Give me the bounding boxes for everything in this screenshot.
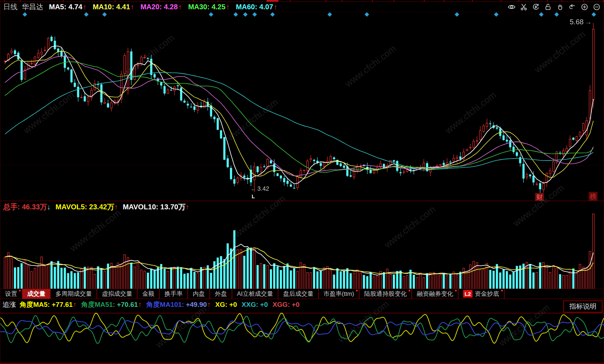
volume-chart[interactable] — [0, 211, 604, 289]
tab-资金抄底[interactable]: L2资金抄底 — [459, 289, 505, 299]
arrow-left-icon: ← — [251, 185, 257, 192]
up-arrow-icon: ↑ — [83, 3, 86, 11]
ma60-label: MA60: 4.07↑ — [236, 3, 277, 11]
volume-stat-arrow-icon: ↓ — [47, 203, 50, 211]
volume-stat-text: MAVOL10: 13.70万 — [123, 203, 185, 211]
ma20-label: MA20: 4.28↑ — [140, 3, 182, 11]
volume-stat-arrow-icon: ↑ — [114, 203, 118, 211]
tab-label: 融资融券变化 — [417, 290, 453, 298]
high-price-label: 5.68→ — [570, 18, 592, 26]
eye-icon[interactable] — [508, 3, 516, 11]
notification-dot-icon — [501, 290, 503, 291]
up-arrow-icon: ↑ — [226, 3, 229, 11]
tab-多周期成交量[interactable]: 多周期成交量 — [51, 289, 97, 299]
stock-name: 华昌达 — [22, 2, 43, 12]
stock-app-window: 日线 华昌达 MA5: 4.74↑MA10: 4.41↑MA20: 4.28↑M… — [0, 0, 604, 364]
up-arrow-icon: ↑ — [178, 3, 182, 11]
volume-stat-text: MAVOL5: 23.42万 — [55, 203, 114, 211]
tab-label: 虚拟成交量 — [102, 290, 132, 298]
l2-badge: L2 — [463, 290, 472, 298]
indicator-stat-label: XG: — [215, 301, 229, 308]
volume-header: 总手: 46.33万↓MAVOL5: 23.42万↑MAVOL10: 13.70… — [0, 202, 604, 211]
zoom-out-icon[interactable] — [593, 3, 601, 11]
undo-icon[interactable] — [568, 3, 576, 11]
tab-label: 外盘 — [215, 290, 227, 298]
tab-盘后成交量[interactable]: 盘后成交量 — [278, 289, 319, 299]
lock-icon[interactable] — [544, 3, 552, 11]
ma-label-text: MA5: 4.74 — [49, 3, 82, 11]
tab-label: 盘后成交量 — [283, 290, 313, 298]
high-price-value: 5.68 — [570, 18, 584, 26]
volume-stat-2: MAVOL10: 13.70万↑ — [123, 202, 189, 212]
tab-label: 设置 — [5, 290, 17, 298]
low-price-label: ←3.42 — [251, 185, 269, 193]
ma-label-text: MA60: 4.07 — [236, 3, 273, 11]
tab-成交量[interactable]: 成交量 — [23, 289, 51, 299]
indicator-values-group: 角度MA5: +77.61↑角度MA51: +70.61↑角度MA101: +4… — [20, 300, 304, 309]
indicator-stat-value: +70.61 — [117, 301, 138, 308]
tab-设置[interactable]: 设置 — [0, 289, 23, 299]
tab-外盘[interactable]: 外盘 — [210, 289, 232, 299]
tab-label: 多周期成交量 — [55, 290, 92, 298]
bottom-border — [0, 363, 604, 364]
tab-虚拟成交量[interactable]: 虚拟成交量 — [97, 289, 138, 299]
ma-values-group: MA5: 4.74↑MA10: 4.41↑MA20: 4.28↑MA30: 4.… — [49, 3, 283, 11]
tab-label: 换手率 — [164, 290, 183, 298]
ma-label-text: MA20: 4.28 — [140, 3, 178, 11]
indicator-stat-value: +77.61 — [52, 301, 73, 308]
tab-换手率[interactable]: 换手率 — [160, 289, 188, 299]
tab-AI立桩成交量[interactable]: AI立桩成交量 — [232, 289, 278, 299]
volume-stat-arrow-icon: ↑ — [185, 203, 189, 211]
tab-label: AI立桩成交量 — [237, 290, 273, 298]
tab-内盘[interactable]: 内盘 — [188, 289, 210, 299]
indicator-stat-0: 角度MA5: +77.61↑ — [20, 301, 76, 308]
tab-label: 金额 — [142, 290, 154, 298]
low-marker: L — [252, 193, 255, 199]
tab-陆股通持股变化[interactable]: 陆股通持股变化 — [360, 289, 412, 299]
replay-icon[interactable] — [532, 3, 540, 11]
oscillator-chart[interactable] — [0, 310, 604, 363]
indicator-stat-value: +0 — [229, 301, 237, 308]
period-label: 日线 — [3, 2, 18, 12]
volume-stat-0: 总手: 46.33万↓ — [3, 202, 50, 212]
ma5-label: MA5: 4.74↑ — [49, 3, 86, 11]
indicator-stat-1: 角度MA51: +70.61↑ — [81, 301, 142, 308]
tab-市盈率(ttm)[interactable]: 市盈率(ttm) — [319, 289, 360, 299]
indicator-stat-label: XXG: — [242, 301, 260, 308]
indicator-stat-value: +49.90 — [186, 301, 207, 308]
indicator-stat-label: XGG: — [273, 301, 292, 308]
low-price-value: 3.42 — [257, 185, 269, 192]
cai-badge[interactable]: 财 — [535, 193, 544, 201]
arrow-right-icon: → — [585, 18, 592, 26]
ma10-label: MA10: 4.41↑ — [93, 3, 134, 11]
zoom-in-icon[interactable] — [580, 3, 589, 11]
indicator-stat-label: 角度MA5: — [20, 301, 52, 308]
main-chart-pane — [0, 12, 604, 201]
indicator-stat-3: XG: +0 — [215, 301, 237, 308]
ma-label-text: MA10: 4.41 — [93, 3, 130, 11]
tab-融资融券变化[interactable]: 融资融券变化 — [412, 289, 459, 299]
indicator-stat-value: +0 — [260, 301, 268, 308]
notification-dot-icon — [455, 290, 457, 291]
indicator-stat-2: 角度MA101: +49.90↑ — [146, 301, 211, 308]
chart-header-bar: 日线 华昌达 MA5: 4.74↑MA10: 4.41↑MA20: 4.28↑M… — [0, 2, 604, 12]
indicator-stat-label: 角度MA101: — [146, 301, 186, 308]
indicator-stat-4: XXG: +0 — [242, 301, 268, 308]
volume-pane — [0, 211, 604, 289]
tab-label: 陆股通持股变化 — [364, 290, 407, 298]
up-arrow-icon: ↑ — [273, 3, 277, 11]
scissors-icon[interactable] — [520, 3, 528, 11]
tab-label: 资金抄底 — [475, 290, 499, 298]
ma30-label: MA30: 4.25↑ — [188, 3, 229, 11]
bang-badge[interactable]: 榜 — [589, 192, 598, 201]
indicator-stat-5: XGG: +0 — [273, 301, 300, 308]
candlestick-chart[interactable] — [0, 12, 604, 201]
tab-金额[interactable]: 金额 — [138, 289, 160, 299]
notification-dot-icon — [409, 290, 410, 291]
indicator-stat-value: +0 — [292, 301, 299, 308]
up-arrow-icon: ↑ — [130, 3, 134, 11]
up-arrow-icon: ↑ — [207, 301, 211, 308]
oscillator-pane — [0, 310, 604, 363]
up-arrow-icon: ↑ — [138, 301, 142, 308]
hand-pan-icon[interactable] — [556, 3, 564, 11]
